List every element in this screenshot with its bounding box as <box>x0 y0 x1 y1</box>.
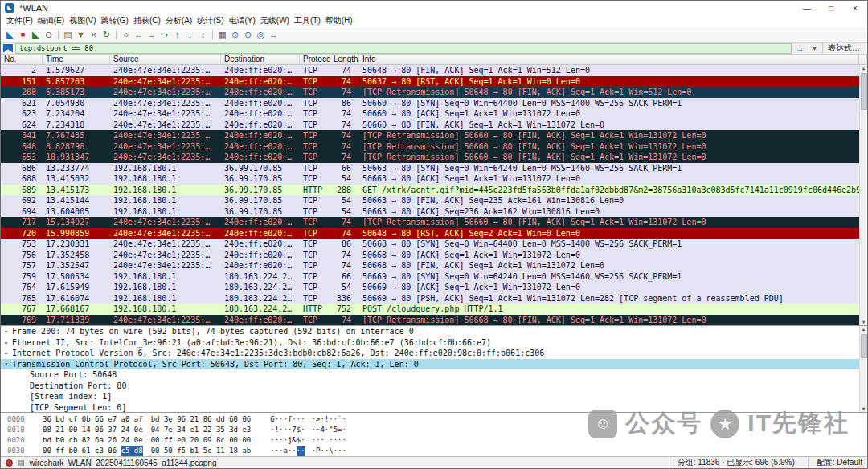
packet-row[interactable]: 623 7.234204 240e:47e:34e1:2235:… 240e:f… <box>1 108 867 120</box>
menu-item[interactable]: 分析(A) <box>163 15 194 27</box>
details-scrollbar[interactable]: ▲ ▼ <box>859 326 867 412</box>
last-packet-icon[interactable]: ↓ <box>184 28 196 41</box>
packet-row[interactable]: 769 17.711339 240e:47e:34e1:2235:… 240e:… <box>1 315 867 326</box>
packet-row[interactable]: 2 1.579627 240e:47e:34e1:2235:… 240e:ff:… <box>1 65 867 76</box>
stop-capture-icon[interactable]: ■ <box>17 28 29 41</box>
menu-item[interactable]: 捕获(C) <box>131 15 163 27</box>
menu-item[interactable]: 无线(W) <box>258 15 292 27</box>
toolbar-separator[interactable] <box>116 30 117 39</box>
column-header[interactable]: Destination <box>221 55 300 64</box>
open-file-icon[interactable]: ▤ <box>62 28 74 41</box>
packet-row[interactable]: 200 6.385173 240e:47e:34e1:2235:… 240e:f… <box>1 87 867 98</box>
detail-line[interactable]: ▸ Ethernet II, Src: IntelCor_3e:96:21 (a… <box>1 337 867 349</box>
packet-row[interactable]: 753 17.230331 240e:47e:34e1:2235:… 240e:… <box>1 239 867 250</box>
packet-row[interactable]: 689 13.415173 192.168.180.1 36.99.170.85… <box>1 185 867 196</box>
start-capture-icon[interactable]: ◣ <box>4 28 16 41</box>
menu-item[interactable]: 帮助(H) <box>323 15 355 27</box>
expander-icon[interactable] <box>18 402 30 413</box>
packet-row[interactable]: 641 7.767435 240e:47e:34e1:2235:… 240e:f… <box>1 130 867 141</box>
display-filter-input[interactable]: tcp.dstport == 80 <box>15 43 792 54</box>
packet-row[interactable]: 648 8.828798 240e:47e:34e1:2235:… 240e:f… <box>1 141 867 153</box>
packet-row[interactable]: 688 13.415032 192.168.180.1 36.99.170.85… <box>1 173 867 185</box>
packet-row[interactable]: 757 17.352547 240e:47e:34e1:2235:… 240e:… <box>1 260 867 271</box>
packet-row[interactable]: 717 15.134927 240e:47e:34e1:2235:… 240e:… <box>1 217 867 228</box>
packet-row[interactable]: 764 17.615949 192.168.180.1 180.163.224.… <box>1 282 867 293</box>
packet-row[interactable]: 624 7.234318 240e:47e:34e1:2235:… 240e:f… <box>1 120 867 131</box>
go-to-packet-icon[interactable]: ↪ <box>158 28 170 41</box>
filter-dropdown-icon[interactable]: ▼ <box>809 46 820 51</box>
packet-row[interactable]: 720 15.990859 240e:47e:34e1:2235:… 240e:… <box>1 228 867 239</box>
expression-button[interactable]: 表达式… <box>822 43 865 54</box>
menu-item[interactable]: 跳转(G) <box>98 15 130 27</box>
scroll-up-icon[interactable]: ▲ <box>862 65 866 71</box>
packet-row[interactable]: 694 13.604005 192.168.180.1 36.99.170.85… <box>1 206 867 218</box>
scrollbar-thumb[interactable] <box>861 334 867 358</box>
menu-item[interactable]: 视图(V) <box>67 15 98 27</box>
column-header[interactable]: Time <box>43 55 110 64</box>
expander-icon[interactable]: ▸ <box>1 326 12 337</box>
resize-columns-icon[interactable]: ↔ <box>268 28 280 41</box>
detail-line[interactable]: ▸ Internet Protocol Version 6, Src: 240e… <box>1 348 867 359</box>
expander-icon[interactable]: ▸ <box>1 348 12 359</box>
menu-item[interactable]: 统计(S) <box>194 15 226 27</box>
maximize-button[interactable]: □ <box>819 1 843 15</box>
packet-row[interactable]: 692 13.415144 192.168.180.1 36.99.170.85… <box>1 195 867 206</box>
zoom-out-icon[interactable]: ⊖ <box>242 28 254 41</box>
reload-icon[interactable]: ↻ <box>100 28 113 41</box>
detail-line[interactable]: [TCP Segment Len: 0] <box>1 402 867 413</box>
expander-icon[interactable] <box>18 381 30 392</box>
previous-packet-icon[interactable]: ← <box>133 28 145 41</box>
find-packet-icon[interactable]: ○ <box>120 28 132 41</box>
toolbar-separator[interactable] <box>58 30 59 39</box>
hex-row[interactable]: 0030 00 ff b0 61 c3 06 c5 d8 00 50 f5 b1… <box>7 446 867 456</box>
detail-line[interactable]: [Stream index: 1] <box>1 391 867 402</box>
packet-row[interactable]: 653 10.931347 240e:47e:34e1:2235:… 240e:… <box>1 152 867 163</box>
next-packet-icon[interactable]: → <box>145 28 158 41</box>
zoom-in-icon[interactable]: ⊕ <box>229 28 241 41</box>
restart-capture-icon[interactable]: ◣ <box>30 28 42 41</box>
expander-icon[interactable] <box>18 391 30 402</box>
scroll-up-icon[interactable]: ▲ <box>862 326 866 332</box>
expert-info-icon[interactable] <box>6 459 13 467</box>
column-header[interactable]: Source <box>110 55 221 64</box>
packet-row[interactable]: 767 17.668167 192.168.180.1 180.163.224.… <box>1 304 867 315</box>
zoom-reset-icon[interactable]: ◎ <box>255 28 267 41</box>
scrollbar-thumb[interactable] <box>861 73 867 110</box>
auto-scroll-icon[interactable]: ↕ <box>197 28 209 41</box>
first-packet-icon[interactable]: ↑ <box>171 28 183 41</box>
column-header[interactable]: Length <box>330 55 359 64</box>
scroll-down-icon[interactable]: ▼ <box>862 319 866 325</box>
column-header[interactable]: Info <box>359 55 859 64</box>
profile-button[interactable]: 配置: Default <box>808 457 862 468</box>
detail-line[interactable]: ▸ Frame 200: 74 bytes on wire (592 bits)… <box>1 326 867 337</box>
expander-icon[interactable]: ▸ <box>1 337 12 349</box>
packet-row[interactable]: 765 17.616074 192.168.180.1 180.163.224.… <box>1 293 867 304</box>
expander-icon[interactable] <box>18 369 30 381</box>
capture-options-icon[interactable]: ⊙ <box>43 28 55 41</box>
toolbar-separator[interactable] <box>212 30 213 39</box>
packet-row[interactable]: 621 7.054930 240e:47e:34e1:2235:… 240e:f… <box>1 98 867 109</box>
column-header[interactable]: Protocol <box>300 55 330 64</box>
filter-bookmark-icon[interactable] <box>3 44 13 53</box>
close-file-icon[interactable]: × <box>88 28 100 41</box>
detail-line[interactable]: Destination Port: 80 <box>1 381 867 392</box>
packet-row[interactable]: 756 17.352458 240e:47e:34e1:2235:… 240e:… <box>1 250 867 261</box>
menu-item[interactable]: 电话(Y) <box>227 15 258 27</box>
packet-row[interactable]: 151 5.857203 240e:47e:34e1:2235:… 240e:f… <box>1 76 867 88</box>
save-file-icon[interactable]: ▼ <box>75 28 87 41</box>
hex-row[interactable]: 0010 08 21 00 14 06 37 24 0e 04 7e 34 e1… <box>7 425 867 435</box>
detail-line[interactable]: ▾ Transmission Control Protocol, Src Por… <box>1 359 867 370</box>
minimize-button[interactable]: — <box>795 1 819 15</box>
expander-icon[interactable]: ▾ <box>1 359 12 370</box>
filter-apply-icon[interactable]: → <box>794 43 806 53</box>
detail-line[interactable]: Source Port: 50648 <box>1 369 867 381</box>
colorize-icon[interactable]: ▦ <box>216 28 228 41</box>
packet-row[interactable]: 759 17.500534 192.168.180.1 180.163.224.… <box>1 271 867 283</box>
close-button[interactable]: × <box>843 1 867 15</box>
menu-item[interactable]: 工具(T) <box>292 15 323 27</box>
hex-row[interactable]: 0000 36 bd cf 0b 66 e7 a0 af bd 3e 96 21… <box>7 414 867 425</box>
menu-item[interactable]: 文件(F) <box>4 15 35 27</box>
menu-item[interactable]: 编辑(E) <box>35 15 67 27</box>
packet-list-scrollbar[interactable]: ▲ ▼ <box>859 65 867 325</box>
column-header[interactable]: No. <box>1 55 43 64</box>
